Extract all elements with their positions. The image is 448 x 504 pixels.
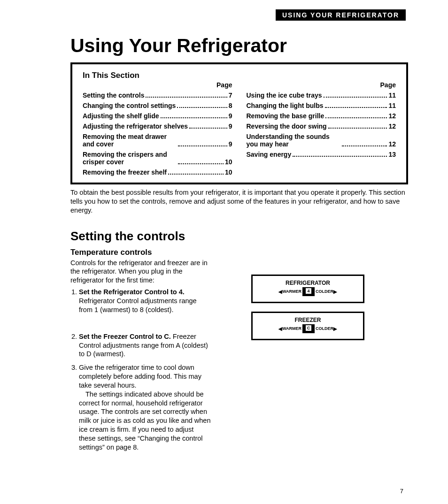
left-arrow-icon: ◀ xyxy=(278,326,282,331)
toc-page: 11 xyxy=(388,102,396,109)
lead-paragraph: Controls for the refrigerator and freeze… xyxy=(70,259,211,285)
step-1-body: Refrigerator Control adjustments range f… xyxy=(79,297,197,313)
toc-page: 7 xyxy=(229,92,232,99)
refrigerator-dial-panel: REFRIGERATOR ◀ WARMER 4 COLDER ▶ xyxy=(251,275,364,303)
toc-row: Setting the controls7 xyxy=(83,92,232,99)
freezer-dial-panel: FREEZER ◀ WARMER C COLDER ▶ xyxy=(251,312,364,340)
toc-page: 9 xyxy=(229,122,232,130)
warmer-label: WARMER xyxy=(282,289,301,294)
colder-label: COLDER xyxy=(316,326,333,331)
toc-row: Reversing the door swing12 xyxy=(247,122,396,130)
toc-label: Removing the freezer shelf xyxy=(83,168,167,176)
toc-row: Adjusting the shelf glide9 xyxy=(83,112,232,120)
toc-page-label: Page xyxy=(247,81,396,89)
step-2: Set the Freezer Control to C. Freezer Co… xyxy=(79,332,211,359)
toc-label: Understanding the sounds you may hear xyxy=(247,133,340,148)
toc-page: 9 xyxy=(229,112,232,120)
toc-row: Understanding the sounds you may hear12 xyxy=(247,133,396,148)
toc-page: 9 xyxy=(229,140,232,148)
page-number: 7 xyxy=(400,488,403,495)
dial-value: C xyxy=(306,325,311,331)
dial-value: 4 xyxy=(306,288,311,294)
freezer-dial-knob: C xyxy=(302,324,315,333)
toc-label: Reversing the door swing xyxy=(247,122,327,130)
toc-col-right: Page Using the ice cube trays11 Changing… xyxy=(247,81,396,179)
toc-row: Removing the freezer shelf10 xyxy=(83,168,232,176)
toc-page: 12 xyxy=(388,122,396,130)
toc-label: Setting the controls xyxy=(83,92,144,99)
toc-label: Changing the control settings xyxy=(83,102,176,109)
step-2-head: Set the Freezer Control to C. xyxy=(79,333,171,340)
toc-page: 8 xyxy=(229,102,232,109)
right-arrow-icon: ▶ xyxy=(333,289,337,294)
toc-heading: In This Section xyxy=(83,71,396,80)
toc-label: Adjusting the shelf glide xyxy=(83,112,159,120)
toc-page: 11 xyxy=(388,92,396,99)
refrigerator-dial-knob: 4 xyxy=(302,287,315,296)
right-arrow-icon: ▶ xyxy=(333,326,337,331)
toc-row: Removing the base grille12 xyxy=(247,112,396,120)
step-1-head: Set the Refrigerator Control to 4. xyxy=(79,288,185,296)
warmer-label: WARMER xyxy=(282,326,301,331)
body-left-column: Temperature controls Controls for the re… xyxy=(70,244,211,457)
intro-paragraph: To obtain the best possible results from… xyxy=(70,188,408,215)
page-title: Using Your Refrigerator xyxy=(70,35,408,57)
toc-page: 12 xyxy=(388,112,396,120)
freezer-dial-title: FREEZER xyxy=(257,317,358,323)
toc-label: Changing the light bulbs xyxy=(247,102,324,109)
toc-row: Changing the control settings8 xyxy=(83,102,232,109)
toc-row: Removing the meat drawer and cover9 xyxy=(83,133,232,148)
toc-label: Using the ice cube trays xyxy=(247,92,322,99)
toc-row: Saving energy13 xyxy=(247,151,396,158)
step-1: Set the Refrigerator Control to 4. Refri… xyxy=(79,288,211,314)
header-bar: USING YOUR REFRIGERATOR xyxy=(276,9,406,21)
toc-col-left: Page Setting the controls7 Changing the … xyxy=(83,81,232,179)
section-heading-setting: Setting the controls xyxy=(70,229,408,244)
toc-page: 12 xyxy=(388,140,396,148)
toc-row: Changing the light bulbs11 xyxy=(247,102,396,109)
toc-page: 10 xyxy=(225,158,232,166)
step-3-body-b: The settings indicated above should be c… xyxy=(79,390,210,451)
step-3: Give the refrigerator time to cool down … xyxy=(79,363,211,451)
toc-row: Adjusting the refrigerator shelves9 xyxy=(83,122,232,130)
toc-page: 10 xyxy=(225,168,232,176)
refrigerator-dial-title: REFRIGERATOR xyxy=(257,280,358,286)
toc-page-label: Page xyxy=(83,81,232,89)
toc-label: Removing the meat drawer and cover xyxy=(83,133,177,148)
toc-label: Saving energy xyxy=(247,151,292,158)
subheading-temperature: Temperature controls xyxy=(70,247,211,258)
left-arrow-icon: ◀ xyxy=(278,289,282,294)
toc-row: Removing the crispers and crisper cover1… xyxy=(83,151,232,166)
toc-label: Removing the base grille xyxy=(247,112,324,120)
toc-label: Adjusting the refrigerator shelves xyxy=(83,122,188,130)
toc-label: Removing the crispers and crisper cover xyxy=(83,151,177,166)
toc-box: In This Section Page Setting the control… xyxy=(70,62,408,184)
toc-page: 13 xyxy=(388,151,396,158)
step-3-body-a: Give the refrigerator time to cool down … xyxy=(79,364,201,389)
body-right-column: REFRIGERATOR ◀ WARMER 4 COLDER ▶ FREEZER… xyxy=(251,244,408,457)
toc-row: Using the ice cube trays11 xyxy=(247,92,396,99)
colder-label: COLDER xyxy=(316,289,333,294)
